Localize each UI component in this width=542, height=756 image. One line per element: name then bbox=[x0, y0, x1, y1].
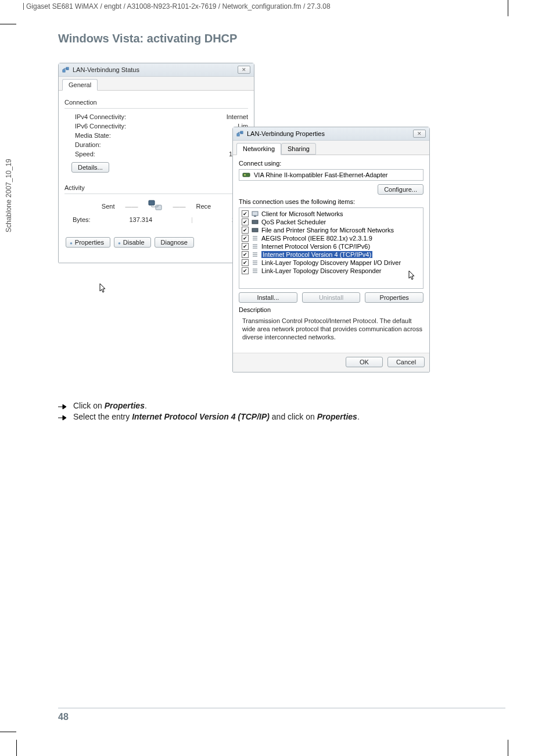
checkbox-icon[interactable] bbox=[242, 251, 249, 258]
list-item-label: Link-Layer Topology Discovery Responder bbox=[261, 267, 381, 274]
list-item[interactable]: File and Printer Sharing for Microsoft N… bbox=[241, 226, 422, 234]
crop-mark bbox=[0, 732, 16, 732]
install-button[interactable]: Install... bbox=[239, 292, 297, 303]
list-item-label: File and Printer Sharing for Microsoft N… bbox=[261, 227, 394, 234]
status-dialog: LAN-Verbindung Status ✕ General Connecti… bbox=[58, 63, 254, 263]
connect-using-label: Connect using: bbox=[239, 160, 423, 167]
checkbox-icon[interactable] bbox=[242, 218, 249, 225]
list-item[interactable]: Link-Layer Topology Discovery Responder bbox=[241, 267, 422, 275]
checkbox-icon[interactable] bbox=[242, 227, 249, 234]
props-tab-row: Networking Sharing bbox=[233, 141, 429, 155]
nic-icon bbox=[242, 171, 250, 178]
cursor-icon bbox=[99, 283, 107, 293]
properties-button[interactable]: Properties bbox=[66, 237, 110, 248]
footer-rule bbox=[58, 708, 505, 708]
instruction-line: Click on Properties. bbox=[58, 401, 511, 410]
duration-label: Duration: bbox=[75, 141, 101, 148]
adapter-name: VIA Rhine II-kompatibler Fast-Ethernet-A… bbox=[254, 171, 388, 178]
props-title-text: LAN-Verbindung Properties bbox=[247, 130, 325, 137]
ok-button[interactable]: OK bbox=[346, 357, 383, 367]
svg-rect-4 bbox=[237, 134, 239, 136]
checkbox-icon[interactable] bbox=[242, 243, 249, 250]
checkbox-icon[interactable] bbox=[242, 259, 249, 266]
svg-rect-10 bbox=[252, 220, 258, 224]
description-label: Description bbox=[239, 306, 423, 313]
cancel-button[interactable]: Cancel bbox=[387, 357, 425, 367]
checkbox-icon[interactable] bbox=[242, 210, 249, 217]
svg-rect-0 bbox=[63, 70, 65, 72]
svg-rect-11 bbox=[252, 228, 258, 232]
svg-rect-9 bbox=[254, 216, 256, 217]
close-icon[interactable]: ✕ bbox=[413, 130, 426, 138]
status-title-text: LAN-Verbindung Status bbox=[73, 66, 139, 73]
details-button[interactable]: Details... bbox=[71, 162, 109, 173]
close-icon[interactable]: ✕ bbox=[238, 66, 250, 74]
uninstall-button: Uninstall bbox=[302, 292, 361, 303]
uses-items-label: This connection uses the following items… bbox=[239, 198, 423, 205]
svg-rect-3 bbox=[156, 205, 161, 210]
ipv4-label: IPv4 Connectivity: bbox=[75, 113, 126, 120]
list-item-label: Link-Layer Topology Discovery Mapper I/O… bbox=[261, 259, 401, 266]
speed-label: Speed: bbox=[75, 151, 95, 157]
status-title-bar: LAN-Verbindung Status ✕ bbox=[59, 63, 254, 77]
instruction-text: Click on Properties. bbox=[73, 401, 147, 410]
item-properties-button[interactable]: Properties bbox=[365, 292, 423, 303]
protocol-icon bbox=[251, 259, 259, 266]
instruction-line: Select the entry Internet Protocol Versi… bbox=[58, 412, 511, 421]
protocol-icon bbox=[251, 243, 259, 250]
network-icon bbox=[62, 66, 69, 73]
list-item-label: Client for Microsoft Networks bbox=[261, 210, 343, 217]
diagnose-button[interactable]: Diagnose bbox=[155, 237, 194, 248]
received-label: Rece bbox=[196, 203, 211, 210]
list-item-label: Internet Protocol Version 4 (TCP/IPv4) bbox=[261, 251, 372, 258]
service-icon bbox=[251, 227, 259, 234]
crop-mark bbox=[16, 740, 17, 756]
list-item-label: Internet Protocol Version 6 (TCP/IPv6) bbox=[261, 243, 370, 250]
list-item[interactable]: QoS Packet Scheduler bbox=[241, 218, 422, 226]
list-item[interactable]: AEGIS Protocol (IEEE 802.1x) v2.3.1.9 bbox=[241, 234, 422, 242]
instruction-text: Select the entry Internet Protocol Versi… bbox=[73, 412, 360, 421]
arrow-icon bbox=[58, 403, 69, 410]
protocol-icon bbox=[251, 267, 259, 274]
svg-rect-6 bbox=[243, 173, 250, 177]
media-label: Media State: bbox=[75, 132, 111, 139]
instruction-list: Click on Properties. Select the entry In… bbox=[58, 401, 511, 421]
crop-mark bbox=[508, 0, 508, 16]
bytes-label: Bytes: bbox=[73, 216, 91, 223]
sent-label: Sent bbox=[102, 203, 115, 210]
protocol-icon bbox=[251, 251, 259, 258]
disable-button[interactable]: Disable bbox=[114, 237, 151, 248]
list-item-label: QoS Packet Scheduler bbox=[261, 218, 326, 225]
status-tab-row: General bbox=[59, 77, 254, 91]
list-item-selected[interactable]: Internet Protocol Version 4 (TCP/IPv4) bbox=[241, 250, 422, 259]
protocol-icon bbox=[251, 235, 259, 242]
tab-networking[interactable]: Networking bbox=[236, 143, 281, 155]
checkbox-icon[interactable] bbox=[242, 267, 249, 274]
description-text: Transmission Control Protocol/Internet P… bbox=[239, 316, 423, 347]
list-item[interactable]: Link-Layer Topology Discovery Mapper I/O… bbox=[241, 259, 422, 267]
svg-rect-7 bbox=[244, 174, 246, 175]
svg-rect-8 bbox=[252, 212, 258, 216]
arrow-icon bbox=[58, 414, 69, 421]
list-item[interactable]: Client for Microsoft Networks bbox=[241, 210, 422, 218]
page-number: 48 bbox=[58, 712, 69, 722]
cursor-icon bbox=[408, 270, 417, 281]
client-icon bbox=[251, 210, 259, 217]
ipv6-label: IPv6 Connectivity: bbox=[75, 123, 126, 130]
adapter-field: VIA Rhine II-kompatibler Fast-Ethernet-A… bbox=[239, 169, 423, 181]
network-icon bbox=[236, 130, 243, 137]
tab-general[interactable]: General bbox=[62, 79, 98, 91]
crop-mark bbox=[0, 24, 16, 24]
checkbox-icon[interactable] bbox=[242, 235, 249, 242]
screenshot-composite: LAN-Verbindung Status ✕ General Connecti… bbox=[58, 63, 488, 377]
items-listbox[interactable]: Client for Microsoft Networks QoS Packet… bbox=[239, 207, 423, 289]
bytes-sent-value: 137.314 bbox=[129, 216, 152, 223]
group-activity-label: Activity bbox=[64, 184, 248, 191]
side-tab-label: Schablone 2007_10_19 bbox=[5, 159, 13, 232]
list-item[interactable]: Internet Protocol Version 6 (TCP/IPv6) bbox=[241, 242, 422, 250]
properties-dialog: LAN-Verbindung Properties ✕ Networking S… bbox=[232, 127, 430, 372]
tab-sharing[interactable]: Sharing bbox=[281, 143, 316, 155]
configure-button[interactable]: Configure... bbox=[378, 184, 423, 195]
monitor-icon bbox=[148, 200, 162, 213]
svg-rect-2 bbox=[149, 200, 155, 205]
